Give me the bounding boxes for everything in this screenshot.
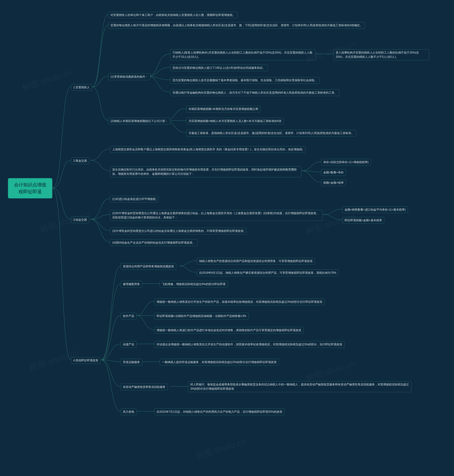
node-4-6[interactable]: 有形动产融资租赁和售后回租服务	[121, 384, 168, 390]
node-3-4[interactable]: (4)国内铂金生产企业自产自销的铂金也实行增值税即征即退政策。	[110, 239, 197, 246]
node-4-3-2[interactable]: 即征即退税额=当期软件产品增值税应纳税额－当期软件产品销售额×3%	[154, 313, 249, 320]
node-4-3-1[interactable]: 增值税一般纳税人销售其自行开发生产的软件产品，按基本税率征收增值税后，对其增值税…	[154, 298, 325, 305]
node-1-4-3[interactable]: 月最低工资标准，是指纳税人所在区县(含县级市、旗)适用的经省(含自治区、直辖市、…	[186, 130, 356, 136]
watermark: 树图 shutu.cn	[21, 67, 73, 94]
root-node[interactable]: 会计知识点增值税即征即退	[8, 178, 52, 198]
node-2-2-3[interactable]: 税额=金额×税率	[321, 179, 346, 186]
node-1-3-1[interactable]: ①纳税人(除盲人按摩机构外)月安置的残疾人占在职职工人数的比例不低于25%(含2…	[170, 49, 316, 60]
node-4-5-1[interactable]: 一般纳税人提供管道运输服务，对其增值税实际税负超过3%的部分实行增值税即征即退政…	[160, 359, 279, 365]
node-1-3-1a[interactable]: 盲人按摩机构月安置的残疾人占在职职工人数的比例不低于25%(含25%)，并且安置…	[333, 49, 429, 60]
node-1-3-4[interactable]: ④通过银行等金融机构向安置的每位残疾人，按月支付了不低于纳税人所在区县适用的经省…	[170, 89, 340, 96]
node-1-3[interactable]: (1)享受税收优惠政策的条件：	[108, 73, 150, 80]
node-4-2[interactable]: 修理修配劳务	[121, 281, 142, 288]
node-1-2[interactable]: 安置的每位残疾人每月可退还的增值税具体限额，由县级以上税务机关根据纳税人所在区县…	[108, 22, 365, 29]
node-4-4-1[interactable]: 对动漫企业增值税一般纳税人销售其自主开发生产的动漫软件，按照基本税率征收增值税后…	[154, 341, 345, 348]
node-4-7[interactable]: 风力发电	[121, 409, 136, 415]
node-4-6-1[interactable]: 经人民银行、银保监会或者商务部批准从事融资租赁业务的试点纳税人中的一般纳税人，提…	[188, 381, 411, 392]
node-2-1[interactable]: 上海期货交易所会员和客户通过上海期货交易所销售标准黄金(持上海期货交易所开 具的…	[110, 146, 305, 153]
node-4-7-1[interactable]: 自2015年7月1日起，对纳税人销售自产的利用风力生产的电力产品，实行增值税即征…	[154, 409, 285, 415]
node-disabled-placement[interactable]: 1.安置残疾人	[71, 84, 92, 91]
node-1-3-2[interactable]: ②依法与安置的每位残疾人签订了1年以上(含1年)的劳动合同或服务协议。	[170, 65, 268, 71]
node-2-2-1[interactable]: 单价=实际交割单价÷(1+增值税税率)	[321, 159, 371, 166]
node-4-3-3[interactable]: 增值税一般纳税人将进口软件产品进行本地化改造后对外销售，其销售的软件产品可享受规…	[154, 327, 304, 334]
node-1-4-2[interactable]: 月应退增值税额=纳税人本月安置残疾人员人数×本月月最低工资标准的4倍	[186, 118, 284, 125]
node-1-3-3[interactable]: ③为安置的每位残疾人按月足额缴纳了基本养老保险、基本医疗保险、失业保险、工伤保险…	[170, 77, 320, 84]
node-4-2-1[interactable]: 飞机维修，增值税实际税负超过6%的部分即征即退	[160, 281, 228, 288]
node-3-2-1[interactable]: 金额=销售数量×进口铂金平均单价÷(1+基本税率)	[342, 206, 408, 213]
node-platinum-trade[interactable]: 3.铂金交易	[71, 216, 89, 223]
node-2-2[interactable]: 发生实物交割并已出库的，由税务机关按照实际交割价格代开增值税专用发票，并实行增值…	[110, 166, 302, 177]
node-3-1[interactable]: (1)对进口铂金免征进口环节增值税;	[110, 196, 159, 202]
node-4-1-1[interactable]: 纳税人销售自产的资源综合利用产品和提供资源综合利用劳务，可享受增值税即征即退政策	[197, 258, 315, 265]
node-1-4-1[interactable]: 本期应退增值税额=本期所含月份每月应退增值税额之和	[186, 106, 261, 112]
node-4-1-2[interactable]: 自2019年9月1日起，纳税人销售自产磷石膏资源综合利用产品，可享受增值税即征即…	[197, 269, 339, 276]
node-4-5[interactable]: 管道运输服务	[121, 359, 142, 365]
watermark: 树图 shutu.cn	[195, 436, 247, 462]
node-gold-trade[interactable]: 2.黄金交易	[71, 157, 89, 164]
node-other-policies[interactable]: 4.其他即征即退政策	[71, 357, 101, 364]
node-3-2[interactable]: (2)对中博世金科贸有限责任公司通过上海黄金交易所销售的进口铂金，以上海黄金交易…	[110, 210, 323, 221]
node-1-1[interactable]: 对安置残疾人的单位和个体工商户，由税务机关按纳税人安置残疾人的人数，限额即征即退…	[108, 12, 238, 18]
watermark: 树图 shutu.cn	[304, 357, 357, 384]
node-3-2-2[interactable]: 即征即退税额=金额×基本税率	[342, 217, 384, 224]
node-2-2-2[interactable]: 金额=数量×单价	[321, 169, 346, 176]
node-4-4[interactable]: 动漫产业	[121, 341, 136, 348]
node-4-1[interactable]: 资源综合利用产品和劳务增值税优惠政策	[121, 263, 176, 270]
node-4-3[interactable]: 软件产品	[121, 313, 136, 320]
node-3-3[interactable]: (3)中博世金科贸有限责任公司进口的铂金没有通过上海黄金交易所销售的，不得享受增…	[110, 228, 247, 234]
node-1-4[interactable]: (2)纳税人本期应退增值税额按以下公式计算：	[108, 118, 170, 125]
